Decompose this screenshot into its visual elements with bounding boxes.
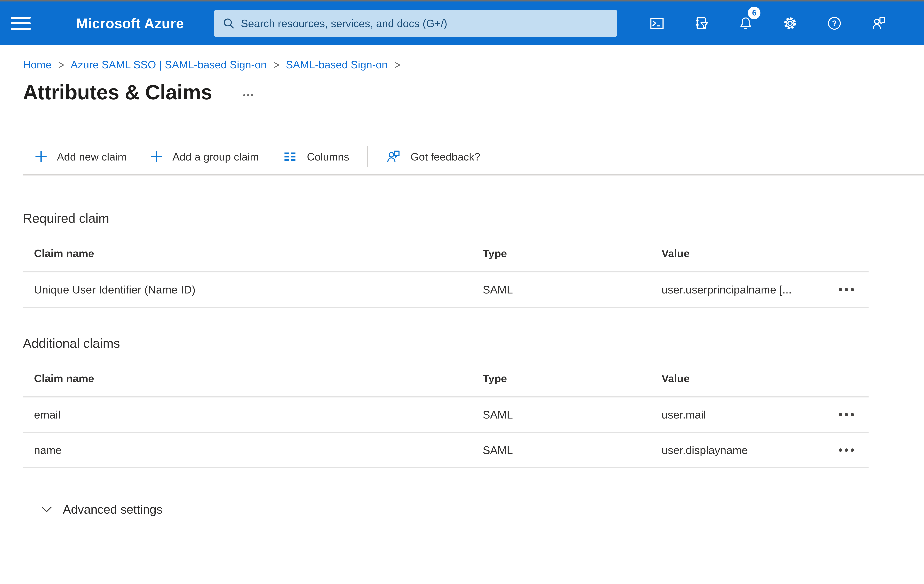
required-claim-heading: Required claim — [23, 211, 924, 226]
plus-icon — [150, 150, 163, 163]
feedback-button[interactable] — [863, 2, 895, 45]
page-context-menu-button[interactable] — [243, 94, 253, 96]
chevron-down-icon — [41, 506, 53, 513]
breadcrumb-separator: > — [394, 58, 400, 72]
got-feedback-label: Got feedback? — [411, 151, 480, 163]
ellipsis-icon — [839, 288, 842, 291]
columns-label: Columns — [307, 151, 349, 163]
row-context-menu-button[interactable] — [836, 444, 857, 456]
advanced-settings-label: Advanced settings — [63, 502, 162, 517]
breadcrumb-sso-app[interactable]: Azure SAML SSO | SAML-based Sign-on — [71, 58, 267, 71]
feedback-icon — [386, 149, 401, 165]
add-new-claim-label: Add new claim — [57, 151, 127, 163]
cell-type: SAML — [483, 444, 662, 457]
column-header-type: Type — [483, 372, 662, 385]
toolbar-divider — [23, 174, 924, 176]
svg-text:?: ? — [832, 19, 837, 28]
notification-badge: 6 — [748, 7, 761, 19]
table-row[interactable]: Unique User Identifier (Name ID) SAML us… — [23, 272, 869, 308]
cell-value: user.mail — [662, 408, 824, 421]
settings-button[interactable] — [774, 2, 806, 45]
row-context-menu-button[interactable] — [836, 408, 857, 421]
table-header-row: Claim name Type Value — [23, 351, 869, 398]
top-bar: Microsoft Azure — [0, 2, 924, 45]
table-row[interactable]: name SAML user.displayname — [23, 433, 869, 468]
column-header-claim-name: Claim name — [23, 372, 483, 385]
breadcrumb: Home > Azure SAML SSO | SAML-based Sign-… — [23, 58, 924, 71]
breadcrumb-saml-signon[interactable]: SAML-based Sign-on — [286, 58, 388, 71]
cell-value: user.userprincipalname [... — [662, 283, 824, 296]
cell-claim-name: email — [23, 408, 483, 421]
command-bar: Add new claim Add a group claim Columns — [0, 144, 924, 169]
cell-claim-name: name — [23, 444, 483, 457]
column-header-type: Type — [483, 247, 662, 260]
additional-claims-heading: Additional claims — [23, 336, 924, 351]
plus-icon — [35, 150, 47, 163]
hamburger-menu-button[interactable] — [0, 2, 41, 45]
notifications-button[interactable]: 6 — [729, 2, 762, 45]
breadcrumb-home[interactable]: Home — [23, 58, 51, 71]
page-title: Attributes & Claims — [23, 81, 212, 104]
add-group-claim-label: Add a group claim — [172, 151, 259, 163]
toolbar-separator — [367, 146, 368, 167]
cell-type: SAML — [483, 408, 662, 421]
ellipsis-icon — [839, 413, 842, 416]
global-search — [214, 10, 617, 37]
additional-claims-table: Claim name Type Value email SAML user.ma… — [23, 351, 869, 468]
help-button[interactable]: ? — [818, 2, 851, 45]
advanced-settings-toggle[interactable]: Advanced settings — [23, 502, 162, 517]
page-header: Attributes & Claims — [23, 81, 924, 104]
help-icon: ? — [827, 15, 842, 31]
cloud-shell-button[interactable] — [641, 2, 673, 45]
breadcrumb-separator: > — [58, 58, 64, 72]
columns-button[interactable]: Columns — [271, 144, 361, 169]
columns-icon — [282, 149, 297, 164]
search-input[interactable] — [214, 10, 617, 37]
add-group-claim-button[interactable]: Add a group claim — [139, 144, 271, 169]
ellipsis-icon — [839, 448, 842, 452]
cloud-shell-icon — [649, 15, 665, 31]
hamburger-icon — [11, 16, 31, 18]
required-claim-table: Claim name Type Value Unique User Identi… — [23, 226, 869, 308]
feedback-icon — [871, 15, 886, 31]
window-edge — [0, 0, 924, 2]
add-new-claim-button[interactable]: Add new claim — [23, 144, 139, 169]
column-header-value: Value — [662, 372, 824, 385]
topbar-icon-group: 6 ? — [641, 2, 895, 45]
cell-type: SAML — [483, 283, 662, 296]
directory-filter-button[interactable] — [685, 2, 718, 45]
column-header-value: Value — [662, 247, 824, 260]
column-header-claim-name: Claim name — [23, 247, 483, 260]
table-header-row: Claim name Type Value — [23, 226, 869, 272]
got-feedback-button[interactable]: Got feedback? — [374, 144, 492, 169]
directory-filter-icon — [693, 15, 709, 31]
table-row[interactable]: email SAML user.mail — [23, 398, 869, 433]
ellipsis-icon — [243, 94, 245, 96]
row-context-menu-button[interactable] — [836, 283, 857, 296]
brand-logo[interactable]: Microsoft Azure — [76, 15, 184, 31]
cell-claim-name: Unique User Identifier (Name ID) — [23, 283, 483, 296]
azure-portal-window: Microsoft Azure — [0, 0, 924, 584]
search-icon — [222, 17, 236, 30]
breadcrumb-separator: > — [273, 58, 279, 72]
gear-icon — [782, 15, 798, 31]
cell-value: user.displayname — [662, 444, 824, 457]
content-area: Required claim Claim name Type Value Uni… — [0, 211, 924, 517]
